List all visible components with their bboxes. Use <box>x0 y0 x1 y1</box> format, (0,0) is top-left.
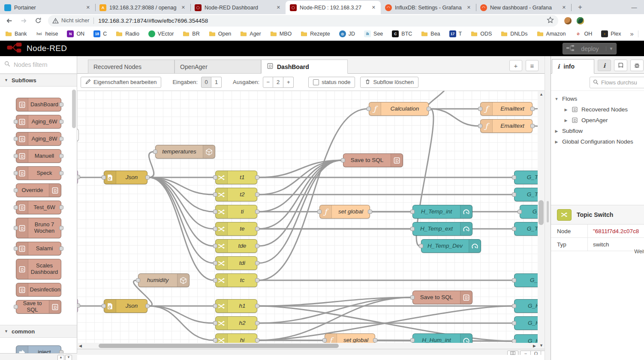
flow-node-save-to-sql[interactable]: Save to SQL <box>412 291 472 304</box>
new-tab-button[interactable]: + <box>575 2 586 13</box>
browser-tab[interactable]: A192.168.3.27:8088 / openager_✕ <box>95 1 190 14</box>
wire[interactable] <box>149 306 214 323</box>
browser-tab[interactable]: ⬡Node-RED : 192.168.3.27✕ <box>286 1 381 14</box>
output-port[interactable] <box>255 304 259 308</box>
input-port[interactable] <box>14 226 18 230</box>
flow-node-json[interactable]: {}Json <box>104 299 147 313</box>
flow-node-save-to-sql[interactable]: Save to SQL <box>343 153 403 167</box>
bookmark-item[interactable]: ikSee <box>364 30 383 37</box>
palette-search-input[interactable] <box>14 61 69 68</box>
scroll-right-icon[interactable]: ▶ <box>533 344 536 348</box>
tree-item-subflow[interactable]: ▶Subflow <box>554 126 644 136</box>
output-port[interactable] <box>59 137 63 141</box>
tab-close-icon[interactable]: ✕ <box>180 4 187 11</box>
bookmark-item[interactable]: Rezepte <box>301 30 330 37</box>
add-flow-button[interactable]: + <box>509 60 522 71</box>
palette-node[interactable]: Salami <box>16 242 61 255</box>
outputs-decrement-button[interactable]: − <box>263 77 273 88</box>
sidebar-tool-debug-icon[interactable] <box>630 60 644 71</box>
show-more-link[interactable]: Weite <box>634 249 644 255</box>
input-port[interactable] <box>213 338 217 342</box>
input-port[interactable] <box>410 227 415 231</box>
window-minimize-button[interactable]: — <box>624 4 644 11</box>
flow-node-tc[interactable]: tc <box>215 273 257 287</box>
flow-node-json[interactable]: {}Json <box>104 171 147 184</box>
output-port[interactable] <box>59 205 63 210</box>
tab-close-icon[interactable]: ✕ <box>465 4 472 11</box>
bookmark-star-icon[interactable] <box>547 16 554 25</box>
flows-search-input[interactable] <box>601 79 644 86</box>
input-port[interactable] <box>213 210 217 214</box>
flow-node-h_temp_ext[interactable]: H_Temp_ext <box>412 222 472 236</box>
input-port[interactable] <box>478 124 482 128</box>
back-icon[interactable] <box>3 15 15 26</box>
chevron-right-icon[interactable]: ▶ <box>564 108 568 112</box>
flow-node-set-global[interactable]: ƒset global <box>319 205 370 219</box>
input-port[interactable] <box>512 192 516 197</box>
flow-node-humidity[interactable]: humidity <box>138 273 190 287</box>
bookmark-item[interactable]: Open <box>209 30 232 37</box>
palette-node[interactable]: Test_6W <box>16 201 61 214</box>
wire[interactable] <box>430 109 479 126</box>
palette-category-subflows[interactable]: ▼Subflows <box>0 74 77 87</box>
flow-tab-dashboard[interactable]: DashBoard <box>261 60 348 74</box>
output-port[interactable] <box>255 192 259 197</box>
palette-expand-button[interactable]: ▼ <box>65 355 72 360</box>
scroll-up-icon[interactable]: ▲ <box>539 92 543 96</box>
input-port[interactable] <box>322 338 327 342</box>
flow-node-emailtext[interactable]: ƒEmailtext <box>480 102 533 116</box>
palette-node[interactable]: Desinfection <box>16 283 61 297</box>
input-port[interactable] <box>213 321 217 325</box>
navigator-button[interactable] <box>507 351 518 355</box>
url-text[interactable]: 192.168.3.27:1874/#flow/efbc7696.354458 <box>98 18 547 24</box>
bookmark-item[interactable]: ◍JD <box>339 30 355 37</box>
clipped-node[interactable] <box>77 129 79 141</box>
bookmark-item[interactable]: ⊘OH <box>575 30 592 37</box>
scroll-left-icon[interactable]: ◀ <box>79 344 82 348</box>
palette-node[interactable]: Aging_8W <box>16 132 61 146</box>
bookmark-item[interactable]: 18C <box>93 30 107 37</box>
palette-node[interactable]: Scales Dashboard <box>16 259 61 279</box>
status-node-checkbox[interactable] <box>313 79 319 85</box>
output-port[interactable] <box>255 210 259 214</box>
chevron-right-icon[interactable]: ▶ <box>554 129 559 133</box>
input-port[interactable] <box>518 210 522 214</box>
output-port[interactable] <box>427 107 431 111</box>
output-port[interactable] <box>59 226 63 230</box>
output-port[interactable] <box>255 227 259 231</box>
output-port[interactable] <box>145 304 150 308</box>
flow-node-te[interactable]: te <box>215 222 257 236</box>
input-port[interactable] <box>367 107 371 111</box>
output-port[interactable] <box>255 175 259 180</box>
output-port[interactable] <box>255 261 259 265</box>
browser-tab[interactable]: ◠InfluxDB: Settings - Grafana✕ <box>381 1 476 14</box>
tab-close-icon[interactable]: ✕ <box>275 4 282 11</box>
flow-node-temperatures[interactable]: temperatures <box>155 145 215 159</box>
outputs-value[interactable]: 2 <box>273 77 283 88</box>
input-port[interactable] <box>512 304 516 308</box>
input-port[interactable] <box>213 227 217 231</box>
sidebar-splitter[interactable] <box>545 56 551 360</box>
flow-tab-openager[interactable]: OpenAger <box>175 60 261 74</box>
wire[interactable] <box>149 177 214 263</box>
bookmark-item[interactable]: VEctor <box>148 30 174 37</box>
bookmark-item[interactable]: Radio <box>116 30 139 37</box>
output-port[interactable] <box>255 278 259 282</box>
wire[interactable] <box>149 152 154 177</box>
zoom-in-button[interactable]: + <box>541 351 545 355</box>
palette-node[interactable]: Bruno 7 Wochen <box>16 218 61 238</box>
palette-search[interactable] <box>0 56 77 74</box>
output-port[interactable] <box>530 107 535 111</box>
flow-node-ti[interactable]: ti <box>215 205 257 219</box>
flow-node-h1[interactable]: h1 <box>215 299 257 313</box>
input-port[interactable] <box>14 154 18 158</box>
flow-node-t1[interactable]: t1 <box>215 171 257 184</box>
output-port[interactable] <box>255 244 259 248</box>
input-port[interactable] <box>419 244 423 248</box>
wire[interactable] <box>149 177 214 246</box>
palette-node[interactable]: Override <box>16 183 61 197</box>
zoom-reset-button[interactable]: O <box>530 351 542 355</box>
input-port[interactable] <box>410 295 415 300</box>
input-port[interactable] <box>512 227 516 231</box>
bookmark-item[interactable]: CBTC <box>392 30 412 37</box>
